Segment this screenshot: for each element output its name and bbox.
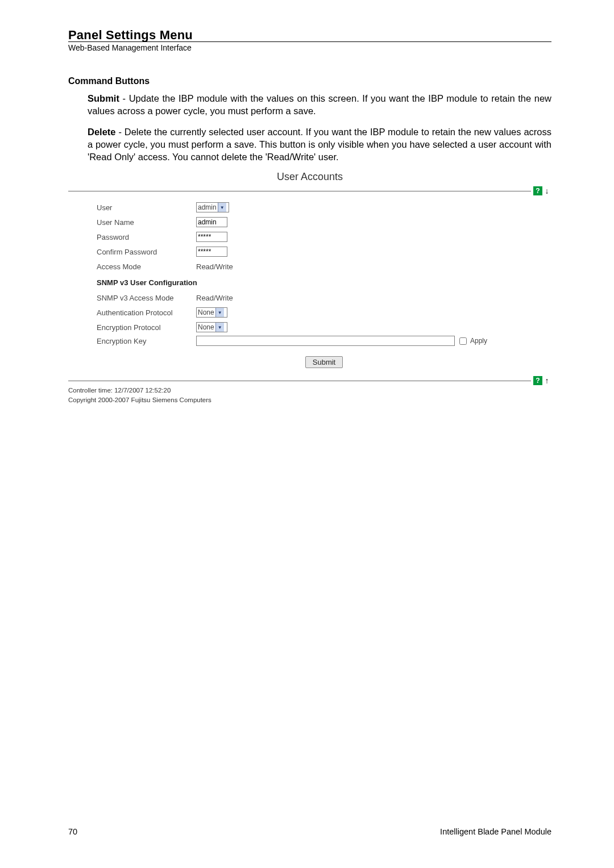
- submit-term: Submit: [88, 93, 119, 103]
- snmp-heading: SNMP v3 User Configuration: [97, 278, 551, 287]
- help-icon[interactable]: ?: [533, 186, 542, 195]
- enc-proto-value: None: [198, 323, 215, 331]
- enc-key-input[interactable]: [196, 336, 455, 346]
- up-arrow-icon[interactable]: ↑: [542, 376, 551, 385]
- row-password: Password: [97, 231, 551, 243]
- label-access-mode: Access Mode: [97, 262, 196, 271]
- page-title: Panel Settings Menu: [68, 28, 551, 42]
- submit-text: - Update the IBP module with the values …: [88, 93, 551, 116]
- row-auth-proto: Authentication Protocol None ▼: [97, 306, 551, 319]
- page-subtitle: Web-Based Management Interface: [68, 43, 551, 52]
- snmp-access-value: Read/Write: [196, 294, 233, 302]
- section-heading: Command Buttons: [68, 76, 551, 86]
- controller-time: Controller time: 12/7/2007 12:52:20: [68, 386, 551, 395]
- panel-title: User Accounts: [68, 171, 551, 183]
- enc-proto-select[interactable]: None ▼: [196, 322, 227, 332]
- divider: [68, 191, 531, 191]
- row-user: User admin ▼: [97, 201, 551, 214]
- submit-row: Submit: [97, 356, 551, 368]
- submit-description: Submit - Update the IBP module with the …: [88, 92, 551, 118]
- auth-proto-value: None: [198, 308, 215, 316]
- label-user-name: User Name: [97, 218, 196, 227]
- chevron-down-icon: ▼: [215, 323, 224, 332]
- label-snmp-access: SNMP v3 Access Mode: [97, 294, 196, 302]
- label-password: Password: [97, 233, 196, 241]
- apply-checkbox[interactable]: [459, 337, 467, 345]
- submit-button[interactable]: Submit: [305, 356, 343, 368]
- chevron-down-icon: ▼: [218, 203, 226, 212]
- label-auth-proto: Authentication Protocol: [97, 308, 196, 317]
- confirm-password-input[interactable]: [196, 247, 227, 257]
- page-footer: 70 Intelligent Blade Panel Module: [68, 827, 551, 836]
- label-confirm-password: Confirm Password: [97, 248, 196, 256]
- page-title-text: Panel Settings Menu: [68, 28, 193, 42]
- down-arrow-icon[interactable]: ↓: [542, 186, 551, 195]
- row-access-mode: Access Mode Read/Write: [97, 260, 551, 273]
- access-mode-value: Read/Write: [196, 262, 233, 271]
- product-name: Intelligent Blade Panel Module: [440, 827, 551, 836]
- delete-description: Delete - Delete the currently selected u…: [88, 126, 551, 164]
- label-enc-key: Encryption Key: [97, 337, 196, 345]
- chevron-down-icon: ▼: [215, 308, 224, 317]
- bottom-rule: ? ↑: [68, 376, 551, 385]
- form-area: User admin ▼ User Name Password Confirm …: [68, 195, 551, 376]
- label-enc-proto: Encryption Protocol: [97, 323, 196, 332]
- apply-checkbox-wrap[interactable]: Apply: [459, 337, 487, 345]
- user-select[interactable]: admin ▼: [196, 202, 229, 212]
- row-snmp-access: SNMP v3 Access Mode Read/Write: [97, 291, 551, 304]
- auth-proto-select[interactable]: None ▼: [196, 307, 227, 318]
- user-select-value: admin: [198, 203, 218, 211]
- delete-term: Delete: [88, 127, 116, 137]
- row-enc-key: Encryption Key Apply: [97, 336, 551, 346]
- page-number: 70: [68, 827, 77, 836]
- row-user-name: User Name: [97, 216, 551, 228]
- top-rule: ? ↓: [68, 186, 551, 195]
- password-input[interactable]: [196, 232, 227, 242]
- screenshot-panel: User Accounts ? ↓ User admin ▼ User Name…: [68, 171, 551, 404]
- help-icon[interactable]: ?: [533, 376, 542, 385]
- copyright: Copyright 2000-2007 Fujitsu Siemens Comp…: [68, 396, 551, 404]
- user-name-input[interactable]: [196, 217, 227, 227]
- delete-text: - Delete the currently selected user acc…: [88, 127, 551, 162]
- divider: [68, 381, 531, 381]
- apply-label: Apply: [470, 337, 487, 345]
- row-confirm-password: Confirm Password: [97, 245, 551, 258]
- label-user: User: [97, 203, 196, 212]
- row-enc-proto: Encryption Protocol None ▼: [97, 321, 551, 333]
